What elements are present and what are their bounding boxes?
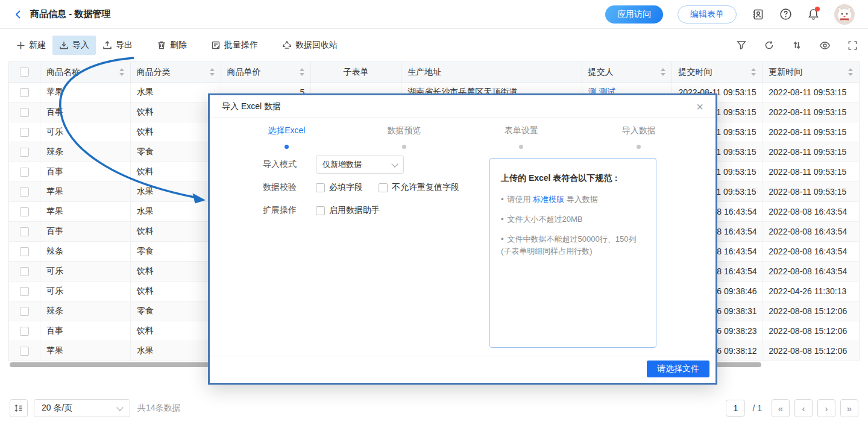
sort-carets-icon[interactable] xyxy=(119,68,124,76)
chevron-down-icon xyxy=(116,404,123,411)
new-button[interactable]: 新建 xyxy=(10,36,52,55)
batch-edit-icon xyxy=(211,40,221,50)
notice-title: 上传的 Excel 表符合以下规范： xyxy=(501,173,645,184)
page-number-input[interactable]: 1 xyxy=(726,400,745,417)
row-checkbox[interactable] xyxy=(20,88,29,97)
row-checkbox[interactable] xyxy=(20,327,29,336)
row-checkbox[interactable] xyxy=(20,227,29,236)
export-icon xyxy=(102,40,112,50)
checkbox-box[interactable] xyxy=(316,206,325,215)
cell-name: 辣条 xyxy=(40,142,131,162)
last-page-button[interactable]: » xyxy=(840,399,858,417)
refresh-icon[interactable] xyxy=(763,39,775,51)
delete-button[interactable]: 删除 xyxy=(150,36,193,55)
topbar-right: 应用访问 编辑表单 xyxy=(605,4,855,25)
step-form-settings[interactable]: 表单设置 xyxy=(463,125,580,149)
cell-update-time: 2022-04-26 11:30:13 xyxy=(763,282,859,301)
row-checkbox[interactable] xyxy=(20,168,29,177)
table-header: 商品名称 商品分类 商品单价 子表单 生产地址 提交人 提交时间 更新时间 xyxy=(9,62,859,83)
no-duplicate-checkbox[interactable]: 不允许重复值字段 xyxy=(379,182,459,193)
recycle-bin-button[interactable]: 数据回收站 xyxy=(275,36,344,55)
cell-name: 百事 xyxy=(40,162,131,181)
fullscreen-icon[interactable] xyxy=(846,39,858,51)
sort-carets-icon[interactable] xyxy=(751,68,756,76)
column-header-address[interactable]: 生产地址 xyxy=(401,62,582,82)
checkbox-box[interactable] xyxy=(379,183,388,192)
pagination-footer: 20 条/页 共14条数据 1 / 1 « ‹ › » xyxy=(0,394,868,422)
chevron-down-icon xyxy=(391,160,398,167)
page-total-label: / 1 xyxy=(752,403,762,413)
row-checkbox[interactable] xyxy=(20,247,29,256)
data-assistant-checkbox[interactable]: 启用数据助手 xyxy=(316,205,380,216)
column-header-update-time[interactable]: 更新时间 xyxy=(763,62,859,82)
row-checkbox[interactable] xyxy=(20,187,29,197)
cell-update-time: 2022-08-11 09:53:15 xyxy=(763,162,859,181)
batch-operation-button[interactable]: 批量操作 xyxy=(204,36,265,55)
batch-label: 批量操作 xyxy=(224,40,258,51)
cell-update-time: 2022-08-08 16:43:54 xyxy=(763,222,859,241)
row-checkbox[interactable] xyxy=(20,347,29,356)
import-mode-label: 导入模式 xyxy=(263,159,300,170)
step-select-excel[interactable]: 选择Excel xyxy=(228,125,345,149)
prev-page-button[interactable]: ‹ xyxy=(794,399,813,417)
column-header-subform[interactable]: 子表单 xyxy=(311,62,401,82)
step-data-preview[interactable]: 数据预览 xyxy=(345,125,463,149)
checkbox-box[interactable] xyxy=(316,183,325,192)
filter-icon[interactable] xyxy=(735,39,747,51)
row-checkbox[interactable] xyxy=(20,207,29,216)
import-mode-select[interactable]: 仅新增数据 xyxy=(316,156,404,174)
upload-notice-panel: 上传的 Excel 表符合以下规范： •请使用 标准模版 导入数据 •文件大小不… xyxy=(489,158,656,348)
export-button[interactable]: 导出 xyxy=(96,36,139,55)
cell-update-time: 2022-08-11 09:53:15 xyxy=(763,142,859,162)
toolbar: 新建 导入 导出 删除 批量操作 数据回收站 xyxy=(0,29,868,61)
column-header-price[interactable]: 商品单价 xyxy=(221,62,312,82)
close-icon[interactable]: × xyxy=(696,101,703,113)
row-checkbox[interactable] xyxy=(20,307,29,316)
first-page-button[interactable]: « xyxy=(772,399,790,417)
notification-bell-icon[interactable] xyxy=(807,8,820,21)
page-size-select[interactable]: 20 条/页 xyxy=(34,399,130,417)
row-checkbox[interactable] xyxy=(20,148,29,157)
data-validation-label: 数据校验 xyxy=(263,182,300,193)
column-header-name[interactable]: 商品名称 xyxy=(40,62,131,82)
sort-carets-icon[interactable] xyxy=(210,68,215,76)
required-fields-checkbox[interactable]: 必填字段 xyxy=(316,182,363,193)
step-import-data[interactable]: 导入数据 xyxy=(580,125,697,149)
user-avatar[interactable] xyxy=(834,4,855,25)
help-icon[interactable] xyxy=(779,8,792,21)
modal-header: 导入 Excel 数据 × xyxy=(210,95,715,118)
cell-name: 辣条 xyxy=(40,301,131,321)
back-button[interactable] xyxy=(13,10,23,19)
extension-operation-label: 扩展操作 xyxy=(263,205,300,216)
column-header-category[interactable]: 商品分类 xyxy=(131,62,221,82)
back-chevron-icon xyxy=(13,10,23,19)
column-header-submit-time[interactable]: 提交时间 xyxy=(672,62,763,82)
standard-template-link[interactable]: 标准模版 xyxy=(533,195,564,204)
cell-update-time: 2022-08-08 15:12:06 xyxy=(763,301,859,321)
cell-update-time: 2022-08-11 09:53:15 xyxy=(763,122,859,142)
select-file-button[interactable]: 请选择文件 xyxy=(647,361,709,377)
delete-label: 删除 xyxy=(170,40,187,51)
column-header-submitter[interactable]: 提交人 xyxy=(582,62,673,82)
select-all-checkbox[interactable] xyxy=(20,68,29,77)
row-checkbox[interactable] xyxy=(20,108,29,117)
app-access-button[interactable]: 应用访问 xyxy=(605,5,663,24)
sort-carets-icon[interactable] xyxy=(848,68,853,76)
row-checkbox[interactable] xyxy=(20,287,29,296)
step-dot xyxy=(285,145,289,149)
sort-carets-icon[interactable] xyxy=(661,68,665,76)
import-button[interactable]: 导入 xyxy=(52,36,96,55)
sort-icon[interactable] xyxy=(791,39,803,51)
next-page-button[interactable]: › xyxy=(817,399,835,417)
row-height-icon[interactable] xyxy=(10,399,28,417)
sort-carets-icon[interactable] xyxy=(300,68,304,76)
notice-item-template: •请使用 标准模版 导入数据 xyxy=(501,194,645,206)
row-checkbox[interactable] xyxy=(20,267,29,276)
import-excel-modal: 导入 Excel 数据 × 选择Excel 数据预览 表单设置 导入数据 导入模… xyxy=(208,93,717,385)
notice-item-size: •文件大小不超过20MB xyxy=(501,213,645,225)
page-title: 商品信息 - 数据管理 xyxy=(30,8,110,20)
contacts-icon[interactable] xyxy=(751,8,764,21)
visibility-eye-icon[interactable] xyxy=(819,39,831,51)
row-checkbox[interactable] xyxy=(20,128,29,137)
edit-form-button[interactable]: 编辑表单 xyxy=(678,5,737,24)
